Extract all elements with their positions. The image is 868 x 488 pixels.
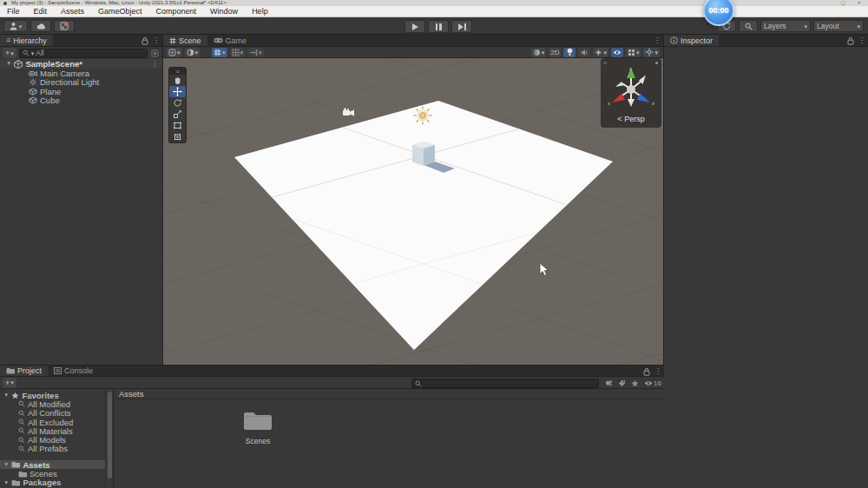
create-object-button[interactable]: + ▾ (3, 48, 16, 58)
assets-breadcrumb[interactable]: Assets (114, 389, 664, 399)
hierarchy-item-directional-light[interactable]: Directional Light (0, 78, 162, 88)
tree-all-conflicts[interactable]: All Conflicts (0, 409, 105, 418)
layers-dropdown[interactable]: Layers ▾ (760, 20, 811, 32)
tab-inspector[interactable]: Inspector (664, 35, 719, 46)
unity-app-icon (3, 2, 7, 5)
layout-label: Layout (817, 22, 839, 30)
search-icon (18, 427, 25, 434)
hierarchy-panel: ≡ Hierarchy ⋮ + ▾ ▾ All (0, 35, 163, 365)
collapse-arrow-icon[interactable]: ▼ (6, 61, 11, 67)
kebab-menu-icon[interactable]: ⋮ (858, 37, 865, 44)
caret-down-icon: ▾ (804, 23, 807, 30)
pause-button[interactable] (428, 20, 449, 33)
axis-neg-cone[interactable] (615, 82, 624, 87)
grid-visibility-dropdown[interactable]: ▾ (212, 48, 227, 57)
shading-dropdown[interactable]: ▾ (531, 48, 547, 57)
tree-assets[interactable]: ▼ Assets (0, 460, 105, 469)
cloud-services-button[interactable] (30, 20, 51, 32)
scene-lighting-toggle[interactable] (563, 48, 575, 57)
lock-icon[interactable] (643, 367, 650, 376)
view-hand-tool[interactable] (169, 75, 186, 86)
tab-project[interactable]: Project (0, 366, 48, 376)
axes-gizmo[interactable]: y x z (601, 63, 661, 115)
draw-mode-dropdown[interactable]: ▾ (185, 48, 201, 57)
orientation-gizmo-panel[interactable]: ≡ y x z (601, 58, 661, 128)
menu-assets[interactable]: Assets (54, 6, 91, 17)
cube-object[interactable] (412, 142, 435, 167)
effects-dropdown[interactable]: ▾ (593, 48, 608, 57)
overlay-grip-handle[interactable]: ≡ (169, 68, 186, 75)
hierarchy-item-plane[interactable]: Plane (0, 87, 162, 96)
2d-toggle[interactable]: 2D (549, 48, 561, 57)
gizmo-crosshair-icon (645, 48, 654, 56)
tree-all-materials[interactable]: All Materials (0, 426, 105, 435)
project-search-input[interactable] (411, 379, 599, 388)
snap-increment-dropdown[interactable]: ▾ (230, 48, 246, 57)
layout-dropdown[interactable]: Layout ▾ (813, 20, 864, 32)
tree-all-prefabs[interactable]: All Prefabs (0, 445, 105, 453)
account-button[interactable]: ▾ (3, 20, 28, 32)
gizmo-center-ball[interactable] (627, 85, 635, 94)
play-button[interactable] (404, 20, 425, 33)
scene-viewport-canvas[interactable] (163, 58, 663, 365)
tool-settings-dropdown[interactable]: ▾ (167, 48, 182, 57)
tree-packages[interactable]: ▼ Packages (0, 478, 105, 487)
sparkle-icon (595, 49, 602, 56)
transform-tool[interactable] (169, 131, 186, 142)
tab-game[interactable]: Game (207, 35, 253, 46)
search-by-type-icon[interactable] (605, 379, 613, 387)
info-icon (670, 36, 678, 44)
create-asset-button[interactable]: + ▾ (3, 378, 16, 388)
tree-scrollbar[interactable] (105, 389, 113, 488)
picking-toggle-icon[interactable] (150, 49, 160, 57)
lock-icon[interactable] (847, 36, 854, 45)
menu-file[interactable]: File (0, 6, 27, 17)
menu-component[interactable]: Component (149, 6, 204, 17)
kebab-menu-icon[interactable]: ⋮ (153, 37, 160, 44)
scrollbar-thumb[interactable] (108, 392, 112, 478)
search-icon (18, 437, 25, 444)
scene-visibility-toggle[interactable] (611, 48, 623, 57)
search-by-label-icon[interactable] (618, 379, 626, 387)
scale-tool[interactable] (169, 109, 186, 120)
tab-console[interactable]: Console (48, 366, 99, 376)
favorite-star-icon[interactable] (631, 379, 639, 387)
lock-icon[interactable] (141, 36, 148, 45)
camera-settings-dropdown[interactable]: ▾ (626, 48, 641, 57)
kebab-menu-icon[interactable]: ⋮ (654, 37, 661, 44)
menu-window[interactable]: Window (203, 6, 245, 17)
perspective-toggle[interactable]: < Persp (601, 115, 661, 123)
hierarchy-item-cube[interactable]: Cube (0, 96, 162, 106)
scene-viewport[interactable]: ≡ (163, 58, 663, 365)
kebab-menu-icon[interactable]: ⋮ (151, 61, 158, 68)
kebab-menu-icon[interactable]: ⋮ (654, 368, 661, 375)
move-tool[interactable] (169, 86, 186, 97)
maximize-button[interactable]: ▢ (841, 0, 845, 6)
hierarchy-scene-row[interactable]: ▼ SampleScene* ⋮ (0, 59, 162, 69)
menu-edit[interactable]: Edit (27, 6, 55, 17)
tree-all-excluded[interactable]: All Excluded (0, 418, 105, 426)
asset-folder-scenes[interactable]: Scenes (240, 408, 275, 445)
rotate-tool[interactable] (169, 97, 186, 109)
hierarchy-item-main-camera[interactable]: Main Camera (0, 69, 162, 78)
menu-gameobject[interactable]: GameObject (91, 6, 149, 17)
tab-scene[interactable]: Scene (163, 35, 207, 46)
step-button[interactable] (451, 20, 472, 33)
rect-tool[interactable] (169, 120, 186, 131)
scene-audio-toggle[interactable] (578, 48, 590, 57)
tree-all-modified[interactable]: All Modified (0, 399, 105, 408)
close-button[interactable]: ✕ (857, 0, 861, 6)
tab-hierarchy[interactable]: ≡ Hierarchy (0, 35, 53, 46)
tree-favorites[interactable]: ▼ Favorites (0, 391, 105, 399)
tree-all-models[interactable]: All Models (0, 435, 105, 444)
version-control-button[interactable] (54, 20, 75, 32)
snap-arrow-icon (249, 49, 258, 56)
menu-help[interactable]: Help (245, 6, 275, 17)
snap-move-dropdown[interactable]: ▾ (247, 48, 264, 57)
hidden-count-eye-icon[interactable]: 16 (644, 379, 661, 387)
search-button[interactable] (739, 20, 758, 32)
gizmos-dropdown[interactable]: ▾ (643, 48, 660, 57)
tree-scenes[interactable]: Scenes (0, 469, 105, 478)
axis-neg-cone[interactable] (628, 99, 635, 107)
hierarchy-search-input[interactable]: ▾ All (19, 49, 148, 58)
